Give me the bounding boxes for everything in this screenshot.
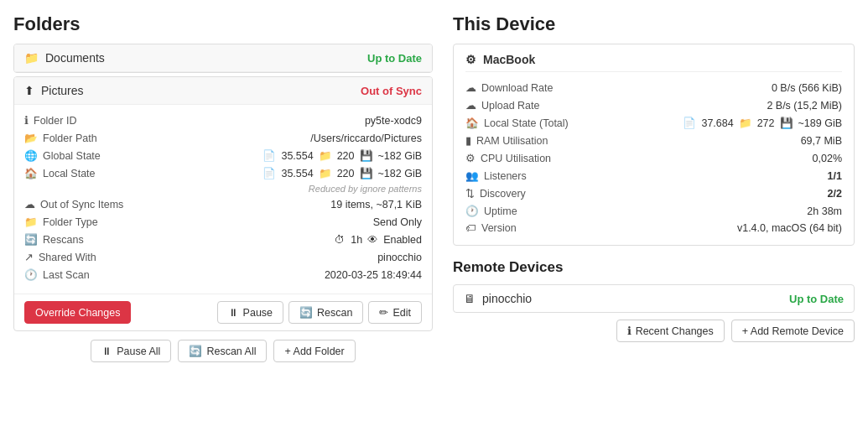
folder-type-value: Send Only bbox=[373, 216, 422, 228]
global-state-files-icon: 📄 bbox=[262, 149, 276, 162]
local-total-files: 37.684 bbox=[701, 117, 733, 129]
local-state-dirs-icon: 📁 bbox=[319, 167, 332, 179]
last-scan-label: Last Scan bbox=[43, 269, 90, 281]
override-changes-button[interactable]: Override Changes bbox=[24, 301, 131, 324]
out-of-sync-label: Out of Sync Items bbox=[40, 199, 123, 210]
detail-row-shared-with: ↗ Shared With pinocchio bbox=[24, 248, 422, 266]
folder-status-pictures: Out of Sync bbox=[361, 85, 422, 97]
left-panel: Folders 📁 Documents Up to Date ⬆ Picture… bbox=[13, 13, 433, 408]
local-state-files-icon: 📄 bbox=[262, 167, 276, 179]
folder-actions-pictures: Override Changes ⏸ Pause 🔄 Rescan ✏ Edit bbox=[14, 294, 432, 330]
detail-row-folder-type: 📁 Folder Type Send Only bbox=[24, 213, 422, 231]
local-total-disk-icon: 💾 bbox=[780, 117, 793, 129]
cpu-icon: ⚙ bbox=[465, 152, 476, 164]
download-icon: ☁ bbox=[465, 81, 476, 94]
this-device-name: MacBook bbox=[483, 53, 535, 66]
rescans-label: Rescans bbox=[43, 234, 84, 246]
rescans-eye-icon: 👁 bbox=[367, 234, 378, 246]
version-label: Version bbox=[481, 222, 517, 234]
add-folder-button[interactable]: + Add Folder bbox=[273, 340, 355, 362]
uptime-label: Uptime bbox=[484, 205, 517, 217]
rescans-enabled: Enabled bbox=[383, 234, 422, 246]
local-state-size: ~182 GiB bbox=[378, 168, 422, 179]
last-scan-icon: 🕐 bbox=[24, 268, 38, 281]
bottom-actions: ⏸ Pause All 🔄 Rescan All + Add Folder bbox=[13, 340, 433, 362]
listeners-value: 1/1 bbox=[828, 170, 842, 182]
shared-with-icon: ↗ bbox=[24, 251, 34, 263]
folder-id-label: Folder ID bbox=[34, 115, 76, 127]
upload-rate-label: Upload Rate bbox=[481, 100, 540, 112]
detail-row-last-scan: 🕐 Last Scan 2020-03-25 18:49:44 bbox=[24, 266, 422, 283]
local-state-dirs: 220 bbox=[337, 168, 355, 179]
device-row-version: 🏷 Version v1.4.0, macOS (64 bit) bbox=[465, 220, 842, 236]
detail-row-local-state: 🏠 Local State 📄 35.554 📁 220 💾 ~182 GiB bbox=[24, 164, 422, 182]
rescan-label: Rescan bbox=[317, 307, 352, 319]
folder-header-pictures[interactable]: ⬆ Pictures Out of Sync bbox=[14, 77, 432, 105]
remote-device-header-pinocchio: 🖥 pinocchio Up to Date bbox=[454, 285, 854, 312]
out-of-sync-icon: ☁ bbox=[24, 198, 35, 210]
folder-path-label: Folder Path bbox=[43, 133, 97, 144]
add-remote-device-label: + Add Remote Device bbox=[742, 325, 844, 337]
device-row-listeners: 👥 Listeners 1/1 bbox=[465, 167, 842, 185]
folder-path-icon: 📂 bbox=[24, 132, 38, 144]
shared-with-label: Shared With bbox=[39, 252, 96, 263]
shared-with-value: pinocchio bbox=[377, 252, 422, 263]
download-rate-label: Download Rate bbox=[481, 82, 553, 94]
rescan-icon: 🔄 bbox=[299, 306, 313, 319]
upload-icon: ☁ bbox=[465, 99, 476, 112]
info-icon: ℹ bbox=[24, 114, 29, 127]
uptime-value: 2h 38m bbox=[807, 205, 842, 217]
remote-device-status: Up to Date bbox=[789, 293, 844, 305]
pause-button[interactable]: ⏸ Pause bbox=[217, 301, 283, 324]
edit-button[interactable]: ✏ Edit bbox=[368, 301, 422, 324]
recent-changes-label: Recent Changes bbox=[636, 325, 714, 337]
device-row-discovery: ⇅ Discovery 2/2 bbox=[465, 185, 842, 202]
pause-label: Pause bbox=[243, 307, 273, 319]
local-state-icon: 🏠 bbox=[24, 167, 38, 179]
rescan-all-button[interactable]: 🔄 Rescan All bbox=[178, 340, 267, 362]
cpu-label: CPU Utilisation bbox=[481, 153, 551, 164]
local-state-total-icon: 🏠 bbox=[465, 117, 479, 129]
rescan-button[interactable]: 🔄 Rescan bbox=[288, 301, 363, 324]
ram-icon: ▮ bbox=[465, 134, 471, 147]
remote-devices-title: Remote Devices bbox=[453, 259, 855, 276]
pause-all-button[interactable]: ⏸ Pause All bbox=[91, 340, 171, 362]
out-of-sync-value: 19 items, ~87,1 KiB bbox=[330, 199, 422, 210]
listeners-icon: 👥 bbox=[465, 169, 479, 182]
rescans-timer-icon: ⏱ bbox=[335, 234, 346, 246]
upload-rate-value: 2 B/s (15,2 MiB) bbox=[767, 100, 842, 112]
listeners-label: Listeners bbox=[484, 170, 527, 182]
version-icon: 🏷 bbox=[465, 222, 476, 234]
device-row-cpu: ⚙ CPU Utilisation 0,02% bbox=[465, 149, 842, 167]
local-total-files-icon: 📄 bbox=[683, 117, 696, 129]
detail-row-folder-path: 📂 Folder Path /Users/riccardo/Pictures bbox=[24, 129, 422, 147]
local-state-total-label: Local State (Total) bbox=[484, 117, 569, 129]
folder-icon-pictures: ⬆ bbox=[24, 84, 34, 97]
version-value: v1.4.0, macOS (64 bit) bbox=[737, 222, 842, 234]
local-total-size: ~189 GiB bbox=[798, 117, 842, 129]
right-panel: This Device ⚙ MacBook ☁ Download Rate 0 … bbox=[453, 13, 855, 408]
folder-name-pictures: Pictures bbox=[41, 84, 84, 97]
rescan-all-label: Rescan All bbox=[206, 346, 256, 357]
local-state-files: 35.554 bbox=[281, 168, 313, 179]
detail-row-global-state: 🌐 Global State 📄 35.554 📁 220 💾 ~182 GiB bbox=[24, 147, 422, 164]
pause-icon: ⏸ bbox=[228, 307, 239, 319]
folder-id-value: py5te-xodc9 bbox=[365, 115, 422, 127]
add-remote-device-button[interactable]: + Add Remote Device bbox=[731, 320, 855, 342]
detail-row-rescans: 🔄 Rescans ⏱ 1h 👁 Enabled bbox=[24, 231, 422, 248]
device-row-ram: ▮ RAM Utilisation 69,7 MiB bbox=[465, 132, 842, 149]
pause-all-label: Pause All bbox=[117, 346, 160, 357]
rescans-icon: 🔄 bbox=[24, 233, 38, 246]
recent-changes-button[interactable]: ℹ Recent Changes bbox=[616, 320, 725, 342]
pause-all-icon: ⏸ bbox=[101, 346, 112, 357]
global-state-files: 35.554 bbox=[281, 150, 313, 162]
edit-icon: ✏ bbox=[379, 306, 388, 319]
folder-header-documents[interactable]: 📁 Documents Up to Date bbox=[14, 44, 432, 72]
folder-type-icon: 📁 bbox=[24, 216, 38, 228]
folder-details-pictures: ℹ Folder ID py5te-xodc9 📂 Folder Path /U… bbox=[14, 105, 432, 290]
folder-icon-documents: 📁 bbox=[24, 51, 39, 65]
rescan-all-icon: 🔄 bbox=[189, 345, 202, 357]
folder-name-documents: Documents bbox=[45, 51, 105, 65]
global-state-dirs: 220 bbox=[337, 150, 355, 162]
device-row-local-state: 🏠 Local State (Total) 📄 37.684 📁 272 💾 ~… bbox=[465, 114, 842, 132]
